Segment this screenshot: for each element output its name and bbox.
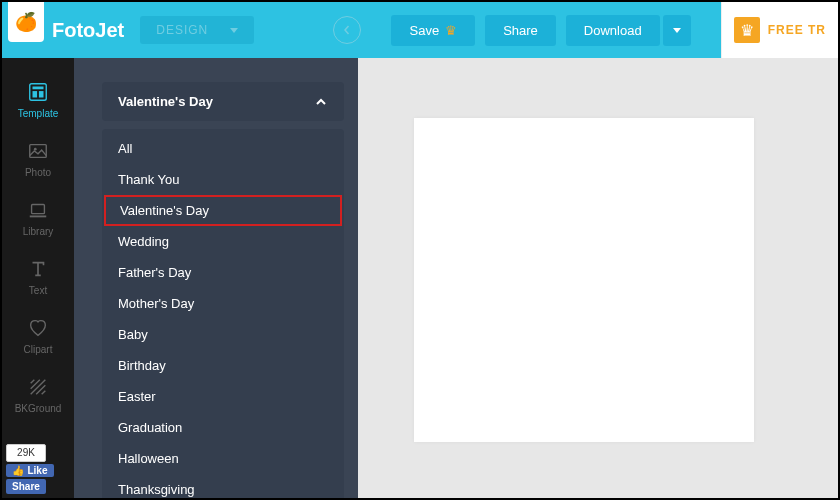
photo-icon — [26, 139, 50, 163]
svg-rect-6 — [32, 205, 45, 214]
sidebar-item-clipart[interactable]: Clipart — [2, 308, 74, 367]
svg-rect-2 — [33, 91, 38, 97]
design-label: DESIGN — [156, 23, 208, 37]
sidebar-item-label: Template — [18, 108, 59, 119]
sidebar-item-label: BKGround — [15, 403, 62, 414]
chevron-down-icon — [673, 28, 681, 33]
download-options-button[interactable] — [663, 15, 691, 46]
svg-rect-0 — [30, 84, 47, 101]
design-dropdown[interactable]: DESIGN — [140, 16, 254, 44]
sidebar-item-label: Text — [29, 285, 47, 296]
chevron-down-icon — [230, 28, 238, 33]
category-option[interactable]: Halloween — [102, 443, 344, 474]
sidebar-item-photo[interactable]: Photo — [2, 131, 74, 190]
category-option[interactable]: Father's Day — [102, 257, 344, 288]
template-panel: Valentine's Day AllThank YouValentine's … — [74, 58, 358, 498]
sidebar-item-template[interactable]: Template — [2, 72, 74, 131]
svg-rect-4 — [30, 145, 47, 158]
fb-share-button[interactable]: Share — [6, 479, 46, 494]
sidebar-item-label: Photo — [25, 167, 51, 178]
category-option[interactable]: Thanksgiving — [102, 474, 344, 500]
chevron-up-icon — [314, 95, 328, 109]
category-dropdown-header[interactable]: Valentine's Day — [102, 82, 344, 121]
category-option[interactable]: Easter — [102, 381, 344, 412]
category-option[interactable]: Birthday — [102, 350, 344, 381]
download-button[interactable]: Download — [566, 15, 660, 46]
svg-rect-3 — [39, 91, 44, 97]
canvas-area — [358, 58, 838, 498]
category-option[interactable]: Thank You — [102, 164, 344, 195]
back-button[interactable] — [333, 16, 361, 44]
category-dropdown-list: AllThank YouValentine's DayWeddingFather… — [102, 129, 344, 500]
logo-icon: 🍊 — [15, 11, 37, 33]
chevron-left-icon — [342, 25, 352, 35]
save-button[interactable]: Save ♛ — [391, 15, 475, 46]
selected-category: Valentine's Day — [118, 94, 213, 109]
sidebar-item-library[interactable]: Library — [2, 190, 74, 249]
category-option[interactable]: Baby — [102, 319, 344, 350]
like-count: 29K — [6, 444, 46, 462]
topbar-actions: Save ♛ Share Download ♛ FREE TR — [333, 2, 838, 58]
category-option[interactable]: Valentine's Day — [104, 195, 342, 226]
topbar: 🍊 FotoJet DESIGN Save ♛ Share Download ♛… — [2, 2, 838, 58]
sidebar-item-bkground[interactable]: BKGround — [2, 367, 74, 426]
svg-rect-1 — [33, 87, 44, 90]
category-option[interactable]: All — [102, 133, 344, 164]
sidebar-item-label: Library — [23, 226, 54, 237]
main-area: Template Photo Library Text Clipart BKGr… — [2, 58, 838, 498]
crown-icon: ♛ — [445, 23, 457, 38]
clipart-icon — [26, 316, 50, 340]
library-icon — [26, 198, 50, 222]
svg-rect-7 — [30, 216, 47, 218]
free-trial-button[interactable]: ♛ FREE TR — [721, 2, 838, 58]
category-option[interactable]: Mother's Day — [102, 288, 344, 319]
fb-like-button[interactable]: 👍Like — [6, 464, 54, 477]
thumb-icon: 👍 — [12, 465, 24, 476]
brand-name: FotoJet — [52, 19, 124, 42]
text-icon — [26, 257, 50, 281]
sidebar-item-label: Clipart — [24, 344, 53, 355]
template-icon — [26, 80, 50, 104]
social-widgets: 29K 👍Like Share — [6, 444, 54, 494]
crown-icon: ♛ — [734, 17, 760, 43]
sidebar-item-text[interactable]: Text — [2, 249, 74, 308]
category-option[interactable]: Graduation — [102, 412, 344, 443]
sidebar: Template Photo Library Text Clipart BKGr… — [2, 58, 74, 498]
category-option[interactable]: Wedding — [102, 226, 344, 257]
logo-box[interactable]: 🍊 — [8, 2, 44, 42]
canvas[interactable] — [414, 118, 754, 442]
background-icon — [26, 375, 50, 399]
share-button[interactable]: Share — [485, 15, 556, 46]
